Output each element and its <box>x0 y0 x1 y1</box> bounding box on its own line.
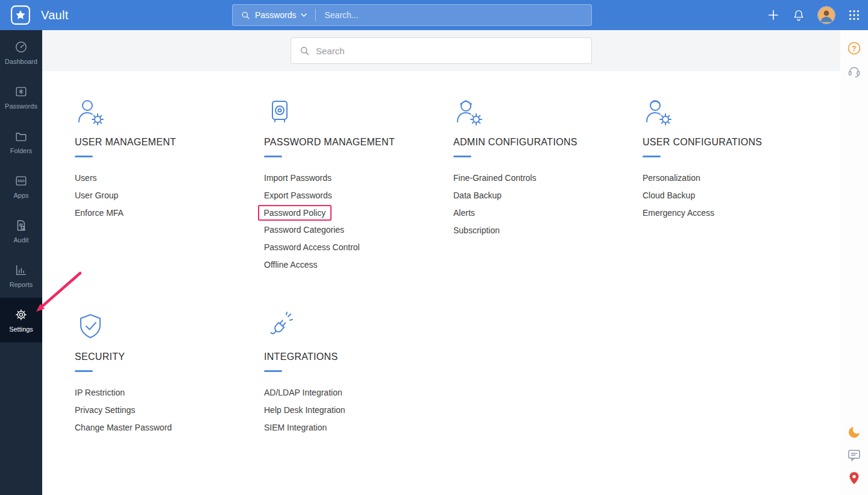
section-title: USER MANAGEMENT <box>75 137 264 148</box>
settings-sections-grid: USER MANAGEMENT UsersUser GroupEnforce M… <box>42 71 840 437</box>
settings-link-subscription[interactable]: Subscription <box>453 222 500 239</box>
settings-link-fine-grained-controls[interactable]: Fine-Grained Controls <box>453 169 536 187</box>
sidebar-item-label: Dashboard <box>5 58 37 65</box>
theme-moon-icon[interactable] <box>847 425 861 440</box>
settings-link-user-group[interactable]: User Group <box>75 187 118 204</box>
add-button[interactable] <box>767 8 780 22</box>
reports-icon <box>14 263 28 277</box>
sidebar-item-label: Passwords <box>5 102 37 110</box>
section-title-underline <box>264 156 282 157</box>
section-title: INTEGRATIONS <box>264 352 453 362</box>
sidebar-item-label: Settings <box>9 326 33 333</box>
settings-link-data-backup[interactable]: Data Backup <box>453 187 502 204</box>
section-title-underline <box>75 370 93 372</box>
user-configurations-icon <box>643 96 674 128</box>
sidebar-item-audit[interactable]: Audit <box>0 209 42 253</box>
help-icon[interactable] <box>847 41 861 55</box>
sidebar-item-apps[interactable]: Apps <box>0 164 42 209</box>
section-title-underline <box>264 370 282 372</box>
settings-section: INTEGRATIONS AD/LDAP IntegrationHelp Des… <box>264 311 453 437</box>
section-title: USER CONFIGURATIONS <box>643 137 832 148</box>
apps-grid-icon[interactable] <box>848 8 861 22</box>
section-links: IP RestrictionPrivacy SettingsChange Mas… <box>75 384 264 437</box>
sidebar-item-reports[interactable]: Reports <box>0 253 42 298</box>
admin-configurations-icon <box>453 96 485 128</box>
settings-section: ADMIN CONFIGURATIONS Fine-Grained Contro… <box>453 96 643 274</box>
settings-link-users[interactable]: Users <box>75 169 97 187</box>
search-icon <box>241 11 250 20</box>
sidebar-item-label: Apps <box>13 192 28 199</box>
search-scope-dropdown[interactable]: Passwords <box>233 5 315 25</box>
settings-link-alerts[interactable]: Alerts <box>453 204 475 222</box>
settings-link-password-policy-highlighted[interactable]: Password Policy <box>258 205 332 221</box>
settings-icon <box>14 308 28 321</box>
feedback-chat-icon[interactable] <box>847 448 861 462</box>
section-title-underline <box>643 156 661 157</box>
dashboard-icon <box>14 40 28 54</box>
settings-link-enforce-mfa[interactable]: Enforce MFA <box>75 204 124 222</box>
settings-section: USER MANAGEMENT UsersUser GroupEnforce M… <box>75 96 264 274</box>
settings-link-offline-access[interactable]: Offline Access <box>264 256 317 274</box>
settings-link-privacy-settings[interactable]: Privacy Settings <box>75 402 135 419</box>
user-management-icon <box>75 96 106 128</box>
sidebar-item-folders[interactable]: Folders <box>0 119 42 164</box>
user-avatar[interactable] <box>817 6 835 24</box>
section-links: Import PasswordsExport PasswordsPassword… <box>264 169 453 274</box>
sidebar-item-settings[interactable]: Settings <box>0 298 42 342</box>
topbar-search: Passwords <box>232 4 592 26</box>
support-headset-icon[interactable] <box>847 64 861 78</box>
section-links: UsersUser GroupEnforce MFA <box>75 169 264 222</box>
topbar: Vault Passwords <box>0 0 868 30</box>
sidebar-item-label: Audit <box>13 236 28 244</box>
sidebar-item-dashboard[interactable]: Dashboard <box>0 30 42 75</box>
settings-section: USER CONFIGURATIONS PersonalizationCloud… <box>643 96 832 274</box>
sidebar-item-label: Reports <box>10 281 33 288</box>
topbar-actions <box>767 0 861 30</box>
settings-link-cloud-backup[interactable]: Cloud Backup <box>643 187 695 204</box>
settings-search-input[interactable] <box>316 46 583 56</box>
apps-icon <box>14 174 28 188</box>
search-scope-label: Passwords <box>255 10 296 20</box>
sidebar-item-label: Folders <box>10 147 33 154</box>
section-title: ADMIN CONFIGURATIONS <box>453 137 643 148</box>
section-title-underline <box>75 156 93 157</box>
settings-link-siem-integration[interactable]: SIEM Integration <box>264 419 327 437</box>
section-title-underline <box>453 156 471 157</box>
settings-link-personalization[interactable]: Personalization <box>643 169 700 187</box>
settings-search-box[interactable] <box>291 37 592 64</box>
audit-icon <box>14 219 28 232</box>
settings-link-emergency-access[interactable]: Emergency Access <box>643 204 714 222</box>
settings-page: USER MANAGEMENT UsersUser GroupEnforce M… <box>42 30 840 495</box>
chevron-down-icon <box>301 13 307 17</box>
section-links: AD/LDAP IntegrationHelp Desk Integration… <box>264 384 453 437</box>
settings-link-ip-restriction[interactable]: IP Restriction <box>75 384 125 402</box>
left-sidebar: Dashboard Passwords Folders Apps Audit R… <box>0 30 42 495</box>
location-pin-icon[interactable] <box>847 471 861 485</box>
integrations-icon <box>264 311 295 342</box>
vault-logo-icon[interactable] <box>10 5 31 25</box>
settings-link-help-desk-integration[interactable]: Help Desk Integration <box>264 402 345 419</box>
settings-link-password-access-control[interactable]: Password Access Control <box>264 239 360 256</box>
settings-search-strip <box>42 30 840 71</box>
section-title: PASSWORD MANAGEMENT <box>264 137 453 148</box>
sidebar-item-passwords[interactable]: Passwords <box>0 75 42 119</box>
search-icon <box>300 46 310 56</box>
section-links: PersonalizationCloud BackupEmergency Acc… <box>643 169 832 222</box>
passwords-icon <box>14 85 28 98</box>
settings-link-export-passwords[interactable]: Export Passwords <box>264 187 332 204</box>
settings-link-change-master-password[interactable]: Change Master Password <box>75 419 172 437</box>
password-management-icon <box>264 96 295 128</box>
app-title: Vault <box>41 8 69 22</box>
notifications-bell-icon[interactable] <box>792 8 805 22</box>
topbar-search-input[interactable] <box>316 5 591 25</box>
settings-link-password-categories[interactable]: Password Categories <box>264 221 344 239</box>
settings-section: SECURITY IP RestrictionPrivacy SettingsC… <box>75 311 264 437</box>
settings-section: PASSWORD MANAGEMENT Import PasswordsExpo… <box>264 96 453 274</box>
right-rail <box>840 30 868 495</box>
folders-icon <box>14 130 28 143</box>
settings-link-ad-ldap-integration[interactable]: AD/LDAP Integration <box>264 384 342 402</box>
security-icon <box>75 311 106 342</box>
settings-link-import-passwords[interactable]: Import Passwords <box>264 169 332 187</box>
section-links: Fine-Grained ControlsData BackupAlertsSu… <box>453 169 643 239</box>
section-title: SECURITY <box>75 352 264 362</box>
